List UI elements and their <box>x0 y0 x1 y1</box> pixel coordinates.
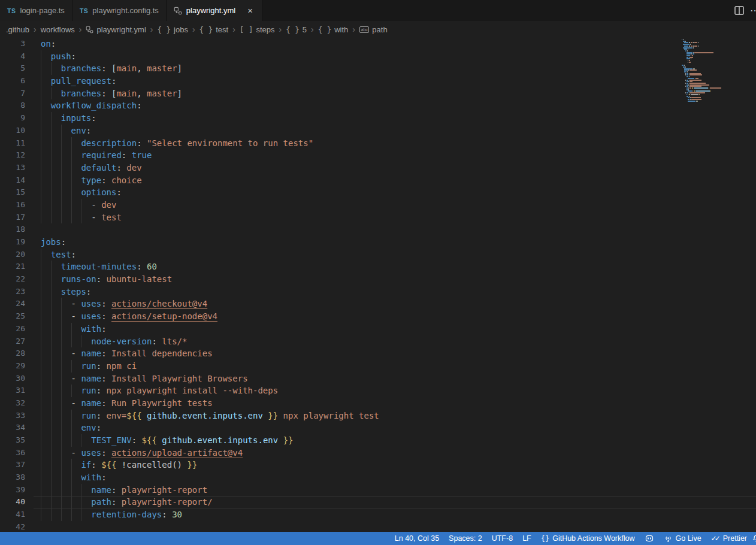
prettier-status[interactable]: ✓✓ Prettier <box>706 532 752 545</box>
line-number[interactable]: 22 <box>0 273 25 286</box>
code-line[interactable]: 7branches: [main, master] <box>0 87 756 100</box>
line-number[interactable]: 26 <box>0 323 25 335</box>
code-line[interactable]: 19jobs: <box>0 236 756 249</box>
code-line[interactable]: 18 <box>0 223 756 236</box>
indentation-status[interactable]: Spaces: 2 <box>444 532 487 545</box>
breadcrumb-item[interactable]: { }test <box>199 25 229 34</box>
breadcrumb-item[interactable]: playwright.yml <box>86 25 146 34</box>
line-number[interactable]: 39 <box>0 484 25 496</box>
eol-status[interactable]: LF <box>518 532 536 545</box>
notifications-bell[interactable] <box>752 532 756 545</box>
code-line[interactable]: 10env: <box>0 125 756 137</box>
line-number[interactable]: 12 <box>0 149 25 162</box>
code-line[interactable]: 3on: <box>0 38 756 50</box>
go-live-button[interactable]: Go Live <box>659 532 706 545</box>
breadcrumb-item[interactable]: { }jobs <box>158 25 188 34</box>
code-line[interactable]: 27node-version: lts/* <box>0 335 756 348</box>
line-number[interactable]: 9 <box>0 112 25 125</box>
line-number[interactable]: 25 <box>0 310 25 323</box>
code-line[interactable]: 13default: dev <box>0 162 756 174</box>
code-line[interactable]: 21timeout-minutes: 60 <box>0 261 756 273</box>
tab-playwright-config[interactable]: TS playwright.config.ts <box>72 0 167 21</box>
code-line[interactable]: 26with: <box>0 323 756 335</box>
line-number[interactable]: 37 <box>0 459 25 471</box>
code-line[interactable]: 35TEST_ENV: ${{ github.event.inputs.env … <box>0 434 756 447</box>
code-line[interactable]: 40path: playwright-report/ <box>0 496 756 508</box>
code-line[interactable]: 6pull_request: <box>0 75 756 87</box>
code-line[interactable]: 5branches: [main, master] <box>0 62 756 75</box>
code-line[interactable]: 30- name: Install Playwright Browsers <box>0 373 756 385</box>
line-number[interactable]: 5 <box>0 62 25 75</box>
line-number[interactable]: 8 <box>0 99 25 112</box>
line-number[interactable]: 4 <box>0 50 25 63</box>
line-number[interactable]: 36 <box>0 447 25 459</box>
code-line[interactable]: 9inputs: <box>0 112 756 125</box>
line-number[interactable]: 35 <box>0 434 25 447</box>
language-mode[interactable]: {} GitHub Actions Workflow <box>536 532 640 545</box>
code-line[interactable]: 36- uses: actions/upload-artifact@v4 <box>0 447 756 459</box>
line-number[interactable]: 38 <box>0 471 25 484</box>
line-number[interactable]: 6 <box>0 75 25 87</box>
line-number[interactable]: 17 <box>0 211 25 224</box>
line-number[interactable]: 21 <box>0 261 25 273</box>
close-icon[interactable]: × <box>246 5 255 16</box>
code-line[interactable]: 42 <box>0 521 756 532</box>
code-line[interactable]: 16- dev <box>0 199 756 211</box>
code-line[interactable]: 37if: ${{ !cancelled() }} <box>0 459 756 471</box>
encoding-status[interactable]: UTF-8 <box>487 532 518 545</box>
code-line[interactable]: 28- name: Install dependencies <box>0 347 756 360</box>
code-line[interactable]: 33run: env=${{ github.event.inputs.env }… <box>0 410 756 422</box>
line-number[interactable]: 29 <box>0 360 25 373</box>
line-number[interactable]: 40 <box>0 496 25 508</box>
split-editor-icon[interactable] <box>734 6 744 15</box>
line-number[interactable]: 33 <box>0 410 25 422</box>
line-number[interactable]: 31 <box>0 384 25 397</box>
more-actions-icon[interactable]: ⋯ <box>750 5 756 16</box>
line-number[interactable]: 23 <box>0 286 25 298</box>
code-line[interactable]: 39name: playwright-report <box>0 484 756 496</box>
code-line[interactable]: 14type: choice <box>0 174 756 187</box>
line-number[interactable]: 34 <box>0 422 25 434</box>
code-line[interactable]: 12required: true <box>0 149 756 162</box>
code-line[interactable]: 29run: npm ci <box>0 360 756 373</box>
code-line[interactable]: 24- uses: actions/checkout@v4 <box>0 298 756 310</box>
line-number[interactable]: 10 <box>0 125 25 137</box>
line-number[interactable]: 11 <box>0 137 25 150</box>
line-number[interactable]: 18 <box>0 223 25 236</box>
breadcrumb-item[interactable]: .github <box>6 25 29 34</box>
code-line[interactable]: 41retention-days: 30 <box>0 508 756 521</box>
code-line[interactable]: 4push: <box>0 50 756 63</box>
code-line[interactable]: 31run: npx playwright install --with-dep… <box>0 384 756 397</box>
line-number[interactable]: 27 <box>0 335 25 348</box>
breadcrumb-item[interactable]: [ ]steps <box>240 25 275 34</box>
code-editor[interactable]: 3on:4push:5branches: [main, master]6pull… <box>0 38 756 532</box>
code-line[interactable]: 8workflow_dispatch: <box>0 99 756 112</box>
cursor-position[interactable]: Ln 40, Col 35 <box>390 532 444 545</box>
tab-login-page[interactable]: TS login-page.ts <box>0 0 72 21</box>
code-line[interactable]: 32- name: Run Playwright tests <box>0 397 756 410</box>
copilot-status[interactable] <box>640 532 659 545</box>
tab-playwright-yml[interactable]: playwright.yml × <box>167 0 262 21</box>
breadcrumb-item[interactable]: abcpath <box>359 25 388 34</box>
breadcrumb-item[interactable]: workflows <box>41 25 75 34</box>
code-line[interactable]: 23steps: <box>0 286 756 298</box>
line-number[interactable]: 3 <box>0 38 25 50</box>
code-line[interactable]: 25- uses: actions/setup-node@v4 <box>0 310 756 323</box>
code-line[interactable]: 15options: <box>0 186 756 199</box>
code-line[interactable]: 34env: <box>0 422 756 434</box>
code-line[interactable]: 11description: "Select environment to ru… <box>0 137 756 150</box>
line-number[interactable]: 32 <box>0 397 25 410</box>
line-number[interactable]: 24 <box>0 298 25 310</box>
line-number[interactable]: 7 <box>0 87 25 100</box>
breadcrumb-item[interactable]: { }with <box>318 25 349 34</box>
code-line[interactable]: 17- test <box>0 211 756 224</box>
line-number[interactable]: 19 <box>0 236 25 249</box>
line-number[interactable]: 41 <box>0 508 25 521</box>
line-number[interactable]: 13 <box>0 162 25 174</box>
breadcrumb-item[interactable]: { }5 <box>286 25 307 34</box>
line-number[interactable]: 16 <box>0 199 25 211</box>
line-number[interactable]: 20 <box>0 249 25 261</box>
code-line[interactable]: 38with: <box>0 471 756 484</box>
line-number[interactable]: 14 <box>0 174 25 187</box>
line-number[interactable]: 15 <box>0 186 25 199</box>
